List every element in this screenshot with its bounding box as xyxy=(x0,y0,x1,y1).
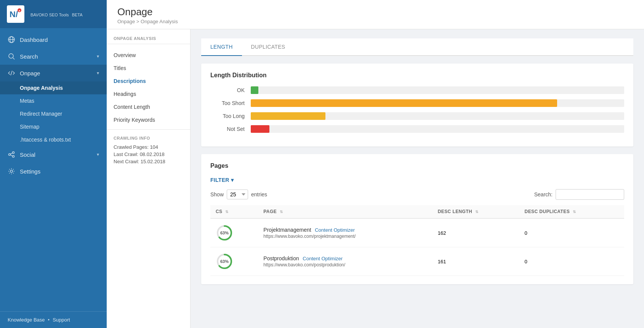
bar-fill-too-long xyxy=(251,112,325,120)
bar-track-too-short xyxy=(251,99,624,107)
page-title: Onpage xyxy=(117,6,633,18)
svg-line-13 xyxy=(11,155,13,156)
filter-button[interactable]: FILTER ▾ xyxy=(210,177,234,183)
sidebar-item-onpage[interactable]: Onpage ▾ xyxy=(0,65,107,81)
col-header-desc-length[interactable]: DESC LENGTH ⇅ xyxy=(433,205,519,218)
bar-label-ok: OK xyxy=(210,87,245,93)
page-name-1: Projektmanagement xyxy=(263,227,311,233)
secondary-nav-crawl-info: CRAWLING INFO Crawled Pages: 104 Last Cr… xyxy=(107,129,190,164)
bar-fill-too-short xyxy=(251,99,557,107)
cell-page-1: Projektmanagement Content Optimizer http… xyxy=(258,218,432,247)
secondary-nav-item-overview[interactable]: Overview xyxy=(107,49,190,62)
share-icon xyxy=(8,151,15,158)
pages-table: CS ⇅ PAGE ⇅ DESC LENGTH ⇅ xyxy=(210,205,624,276)
show-entries-row: Show 10 25 50 100 entries xyxy=(210,189,267,199)
length-distribution-title: Length Distribution xyxy=(210,72,624,79)
cell-progress-2: 63% xyxy=(210,247,258,276)
col-header-desc-duplicates[interactable]: DESC DUPLICATES ⇅ xyxy=(519,205,624,218)
page-content: LENGTH DUPLICATES Length Distribution OK… xyxy=(191,29,644,328)
main-content: Onpage Onpage > Onpage Analysis ONPAGE A… xyxy=(107,0,644,328)
progress-circle-2: 63% xyxy=(216,253,233,270)
secondary-nav-item-titles[interactable]: Titles xyxy=(107,62,190,75)
table-search-row: Search: xyxy=(534,189,624,200)
sidebar-sub-item-htaccess[interactable]: .htaccess & robots.txt xyxy=(0,133,107,146)
sidebar: N/ ✦ BAVOKO SEO Tools BETA Dashboard xyxy=(0,0,107,328)
table-controls: Show 10 25 50 100 entries Search: xyxy=(210,189,624,200)
sidebar-sub-item-label: Onpage Analysis xyxy=(20,85,63,91)
sidebar-item-label: Social xyxy=(20,151,35,158)
table-search-input[interactable] xyxy=(556,189,624,200)
bar-track-ok xyxy=(251,86,624,94)
show-entries-select[interactable]: 10 25 50 100 xyxy=(227,189,248,199)
globe-icon xyxy=(8,36,15,43)
bar-track-not-set xyxy=(251,125,624,133)
footer-separator: • xyxy=(48,317,50,323)
search-icon xyxy=(8,53,15,60)
sidebar-sub-item-redirect-manager[interactable]: Redirect Manager xyxy=(0,107,107,120)
sidebar-sub-item-sitemap[interactable]: Sitemap xyxy=(0,120,107,133)
col-header-cs[interactable]: CS ⇅ xyxy=(210,205,258,218)
cell-desc-length-1: 162 xyxy=(433,218,519,247)
secondary-nav-item-descriptions[interactable]: Descriptions xyxy=(107,75,190,88)
sidebar-footer: Knowledge Base • Support xyxy=(0,311,107,328)
length-distribution-card: Length Distribution OK Too Short Too Lon… xyxy=(201,64,633,146)
sidebar-sub-item-label: Sitemap xyxy=(20,124,39,130)
svg-text:N/: N/ xyxy=(10,10,18,19)
cell-progress-1: 63% xyxy=(210,218,258,247)
search-label: Search: xyxy=(534,191,553,197)
bar-track-too-long xyxy=(251,112,624,120)
svg-text:✦: ✦ xyxy=(18,10,21,12)
secondary-nav-item-headings[interactable]: Headings xyxy=(107,88,190,100)
svg-line-7 xyxy=(13,58,14,59)
next-crawl-info: Next Crawl: 15.02.2018 xyxy=(114,159,183,164)
secondary-nav-item-content-length[interactable]: Content Length xyxy=(107,100,190,113)
col-header-page[interactable]: PAGE ⇅ xyxy=(258,205,432,218)
code-icon xyxy=(8,69,15,77)
knowledge-base-link[interactable]: Knowledge Base xyxy=(8,317,45,323)
sidebar-item-dashboard[interactable]: Dashboard xyxy=(0,31,107,48)
brand-name: BAVOKO SEO Tools BETA xyxy=(29,11,83,18)
app-logo: N/ ✦ xyxy=(7,5,24,23)
page-name-2: Postproduktion xyxy=(263,255,299,261)
cell-desc-length-2: 161 xyxy=(433,247,519,276)
support-link[interactable]: Support xyxy=(53,317,70,323)
bar-row-too-long: Too Long xyxy=(210,112,624,120)
bar-row-ok: OK xyxy=(210,86,624,94)
entries-label: entries xyxy=(251,191,267,197)
show-label: Show xyxy=(210,191,224,197)
svg-point-10 xyxy=(9,154,11,156)
optimizer-link-2[interactable]: Content Optimizer xyxy=(303,256,343,261)
sidebar-item-label: Dashboard xyxy=(20,37,48,43)
sidebar-sub-item-metas[interactable]: Metas xyxy=(0,94,107,107)
progress-label-2: 63% xyxy=(220,259,229,264)
optimizer-link-1[interactable]: Content Optimizer xyxy=(315,227,355,233)
sidebar-sub-item-onpage-analysis[interactable]: Onpage Analysis xyxy=(0,81,107,94)
secondary-nav-item-priority-keywords[interactable]: Priority Keywords xyxy=(107,113,190,126)
sidebar-sub-item-label: Metas xyxy=(20,98,34,104)
svg-line-8 xyxy=(11,71,12,75)
svg-point-11 xyxy=(13,156,14,158)
bar-label-not-set: Not Set xyxy=(210,126,245,132)
bar-label-too-long: Too Long xyxy=(210,113,245,119)
bar-label-too-short: Too Short xyxy=(210,100,245,106)
sort-icon-desc-duplicates: ⇅ xyxy=(573,210,576,214)
sidebar-item-social[interactable]: Social ▾ xyxy=(0,146,107,163)
sort-icon-desc-length: ⇅ xyxy=(475,210,478,214)
secondary-nav: ONPAGE ANALYSIS Overview Titles Descript… xyxy=(107,29,191,328)
cell-desc-duplicates-2: 0 xyxy=(519,247,624,276)
sidebar-item-settings[interactable]: Settings xyxy=(0,163,107,180)
sidebar-item-search[interactable]: Search ▾ xyxy=(0,48,107,65)
tabs-bar: LENGTH DUPLICATES xyxy=(201,38,633,56)
sidebar-item-label: Search xyxy=(20,53,38,60)
tab-duplicates[interactable]: DUPLICATES xyxy=(242,38,295,56)
tab-length[interactable]: LENGTH xyxy=(201,38,242,56)
svg-line-12 xyxy=(11,153,13,154)
table-row: 63% Projektmanagement Content Optimizer … xyxy=(210,218,624,247)
content-area: ONPAGE ANALYSIS Overview Titles Descript… xyxy=(107,29,644,328)
progress-label-1: 63% xyxy=(220,231,229,235)
filter-row: FILTER ▾ xyxy=(210,177,624,183)
cell-desc-duplicates-1: 0 xyxy=(519,218,624,247)
filter-label: FILTER xyxy=(210,177,229,183)
secondary-nav-section-label: ONPAGE ANALYSIS xyxy=(107,36,190,44)
crawled-pages-info: Crawled Pages: 104 xyxy=(114,144,183,150)
